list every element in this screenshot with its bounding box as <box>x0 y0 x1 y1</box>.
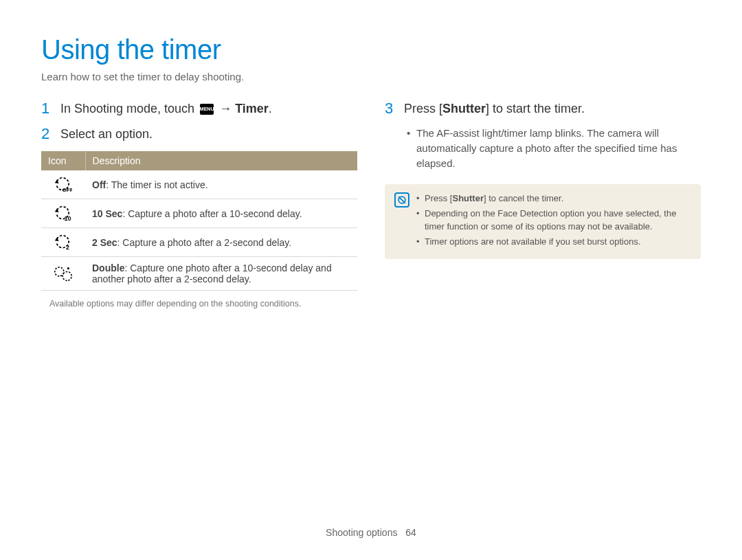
note-item: Press [Shutter] to cancel the timer. <box>416 192 691 205</box>
step-3-details: The AF-assist light/timer lamp blinks. T… <box>385 126 701 170</box>
menu-icon: MENU <box>200 104 214 115</box>
page-footer: Shooting options 64 <box>0 527 742 538</box>
row-desc: : Capture a photo after a 2-second delay… <box>117 237 291 248</box>
timer-options-table: Icon Description OFF Off: The timer is n… <box>41 151 357 291</box>
step-1-text-c: . <box>269 102 272 115</box>
right-column: 3 Press [Shutter] to start the timer. Th… <box>385 100 701 309</box>
table-row: 10 10 Sec: Capture a photo after a 10-se… <box>41 199 357 228</box>
table-row: OFF Off: The timer is not active. <box>41 170 357 199</box>
page-title: Using the timer <box>41 34 701 65</box>
footer-section: Shooting options <box>326 527 397 538</box>
page-subtitle: Learn how to set the timer to delay shoo… <box>41 71 701 82</box>
step-number: 3 <box>385 100 404 117</box>
timer-double-icon <box>41 257 85 291</box>
svg-text:2: 2 <box>66 245 69 251</box>
row-desc: : The timer is not active. <box>106 179 207 190</box>
table-row: Double: Capture one photo after a 10-sec… <box>41 257 357 291</box>
step-3-text-a: Press [ <box>404 102 442 115</box>
timer-2-icon: 2 <box>41 228 85 257</box>
row-label: 2 Sec <box>92 237 117 248</box>
row-label: 10 Sec <box>92 208 122 219</box>
table-header-icon: Icon <box>41 151 85 170</box>
row-label: Off <box>92 179 106 190</box>
step-3: 3 Press [Shutter] to start the timer. <box>385 100 701 117</box>
step-2: 2 Select an option. <box>41 126 357 143</box>
note-icon <box>394 192 409 208</box>
arrow-icon: → <box>216 102 235 115</box>
step-3-shutter: Shutter <box>442 102 486 115</box>
page-number: 64 <box>405 527 416 538</box>
note-item: Timer options are not available if you s… <box>416 236 691 249</box>
svg-point-3 <box>67 267 69 269</box>
row-label: Double <box>92 262 124 273</box>
step-3-bullet: The AF-assist light/timer lamp blinks. T… <box>407 126 701 170</box>
row-desc: : Capture one photo after a 10-second de… <box>92 262 332 284</box>
step-3-text-c: ] to start the timer. <box>486 102 585 115</box>
step-2-text: Select an option. <box>60 126 153 143</box>
table-header-description: Description <box>85 151 357 170</box>
note-box: Press [Shutter] to cancel the timer. Dep… <box>385 184 701 258</box>
row-desc: : Capture a photo after a 10-second dela… <box>122 208 302 219</box>
svg-text:OFF: OFF <box>62 188 72 193</box>
note-item: Depending on the Face Detection option y… <box>416 208 691 234</box>
timer-10-icon: 10 <box>41 199 85 228</box>
step-number: 1 <box>41 100 60 117</box>
step-1-timer-label: Timer <box>235 102 269 115</box>
step-number: 2 <box>41 126 60 142</box>
step-1-text-a: In Shooting mode, touch <box>60 102 198 115</box>
timer-off-icon: OFF <box>41 170 85 199</box>
table-footnote: Available options may differ depending o… <box>41 299 357 309</box>
step-1: 1 In Shooting mode, touch MENU → Timer. <box>41 100 357 117</box>
left-column: 1 In Shooting mode, touch MENU → Timer. … <box>41 100 357 309</box>
table-row: 2 2 Sec: Capture a photo after a 2-secon… <box>41 228 357 257</box>
svg-text:10: 10 <box>65 216 71 222</box>
